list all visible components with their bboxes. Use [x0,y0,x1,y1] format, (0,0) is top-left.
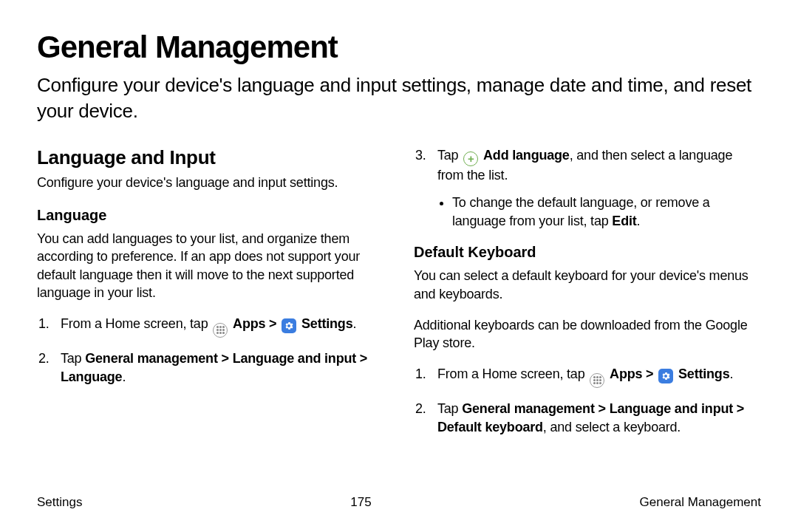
add-language-label: Add language [483,148,570,163]
chevron-icon: > [269,316,276,331]
period: . [352,316,356,331]
step-1: From a Home screen, tap Apps > Settings. [414,365,761,388]
chevron-icon: > [222,351,229,366]
step-text: , and then select a language from the li… [437,148,732,183]
footer: Settings 175 General Management [37,480,761,510]
section-desc: Configure your device's language and inp… [37,175,384,191]
bullet-edit: To change the default language, or remov… [452,194,761,231]
apps-label: Apps [610,366,642,381]
bullet-text: . [637,214,641,228]
sub-heading-default-keyboard: Default Keyboard [414,244,761,261]
gear-icon [658,369,673,383]
step-text: Tap [437,401,462,416]
step-1: From a Home screen, tap Apps > Settings. [37,315,384,338]
gear-icon [282,318,296,333]
step-3: Tap + Add language, and then select a la… [414,146,761,231]
footer-left: Settings [37,495,82,510]
path-part: Default keyboard [437,420,543,434]
chevron-icon: > [360,351,367,366]
step-text: , and select a keyboard. [543,420,681,434]
language-steps: From a Home screen, tap Apps > Settings.… [37,315,384,386]
settings-label: Settings [678,366,729,381]
chevron-icon: > [598,401,606,416]
settings-label: Settings [301,316,352,331]
step-text: Tap [437,148,462,163]
content-columns: Language and Input Configure your device… [37,146,761,480]
page-subtitle: Configure your device's language and inp… [37,72,761,124]
path-part: General management [462,401,594,416]
period: . [122,369,126,384]
sub-heading-language: Language [37,207,384,224]
page-title: General Management [37,30,761,65]
apps-icon [590,373,604,388]
footer-right: General Management [640,495,761,510]
edit-label: Edit [612,214,636,228]
sub-bullets: To change the default language, or remov… [452,194,761,231]
step-2: Tap General management > Language and in… [414,400,761,437]
left-column: Language and Input Configure your device… [37,146,384,480]
period: . [729,366,733,381]
right-column: Tap + Add language, and then select a la… [414,146,761,480]
keyboard-p1: You can select a default keyboard for yo… [414,267,761,303]
step-text: From a Home screen, tap [61,316,211,331]
path-part: Language and input [610,401,733,416]
footer-page-number: 175 [350,495,371,510]
apps-icon [213,323,228,338]
language-paragraph: You can add languages to your list, and … [37,230,384,301]
step-text: Tap [61,351,85,366]
path-part: Language and input [233,351,356,366]
chevron-icon: > [737,401,744,416]
keyboard-steps: From a Home screen, tap Apps > Settings.… [414,365,761,437]
bullet-text: To change the default language, or remov… [452,195,710,228]
chevron-icon: > [646,366,653,381]
path-part: General management [85,351,217,366]
step-text: From a Home screen, tap [437,366,588,381]
apps-label: Apps [233,316,265,331]
path-part: Language [61,369,122,384]
language-steps-cont: Tap + Add language, and then select a la… [414,146,761,231]
section-heading-language-input: Language and Input [37,146,384,169]
plus-icon: + [463,151,478,166]
keyboard-p2: Additional keyboards can be downloaded f… [414,316,761,352]
step-2: Tap General management > Language and in… [37,349,384,386]
